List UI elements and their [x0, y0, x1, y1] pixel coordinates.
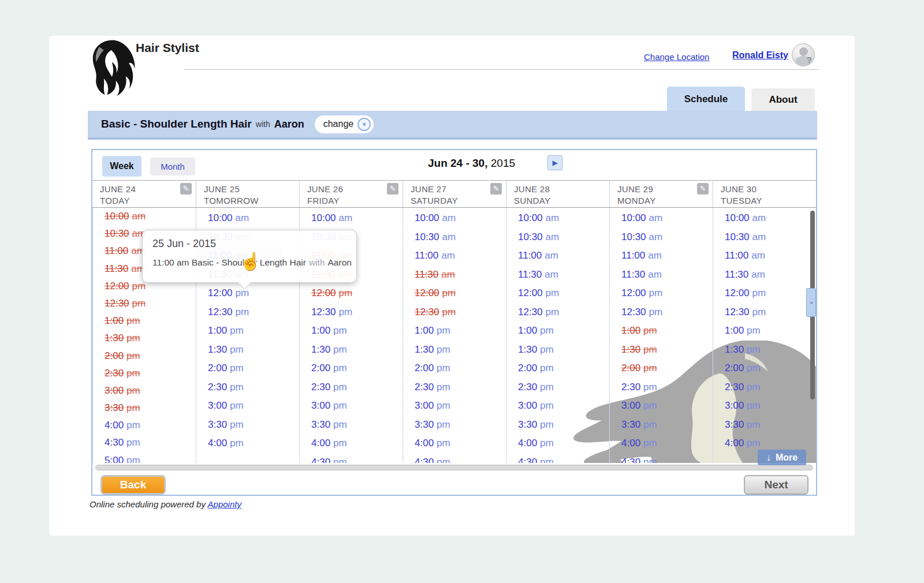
date-range: Jun 24 - 30, 2015: [127, 157, 816, 170]
time-slot-230pm[interactable]: 2:30pm: [713, 378, 816, 397]
time-slot-230pm: 2:30pm: [93, 365, 196, 382]
time-slot-100pm[interactable]: 1:00pm: [713, 322, 816, 341]
time-slot-1230pm[interactable]: 12:30pm: [713, 303, 816, 322]
time-slot-1230pm[interactable]: 12:30pm: [506, 303, 609, 322]
time-slot-1100am[interactable]: 11:00am: [506, 246, 609, 266]
time-slot-430pm[interactable]: 4:30pm: [93, 434, 196, 451]
appointy-link[interactable]: Appointy: [208, 499, 241, 509]
time-slot-230pm[interactable]: 2:30pm: [610, 378, 713, 397]
next-button[interactable]: Next: [744, 475, 808, 495]
time-slot-130pm[interactable]: 1:30pm: [300, 341, 403, 360]
time-slot-1100am[interactable]: 11:00am: [610, 246, 713, 266]
time-slot-1200pm: 12:00pm: [403, 284, 506, 303]
time-slot-1230pm[interactable]: 12:30pm: [300, 303, 403, 322]
side-panel-handle[interactable]: ◂: [806, 288, 816, 317]
time-slot-1200pm[interactable]: 12:00pm: [610, 284, 713, 303]
time-slot-1100am[interactable]: 11:00am: [403, 246, 506, 266]
time-slot-330pm[interactable]: 3:30pm: [300, 416, 403, 435]
time-slot-300pm[interactable]: 3:00pm: [713, 397, 816, 416]
time-slot-200pm[interactable]: 2:00pm: [713, 359, 816, 378]
time-slot-130pm[interactable]: 1:30pm: [713, 341, 816, 360]
time-slot-1230pm[interactable]: 12:30pm: [610, 303, 713, 322]
time-slot-1000am[interactable]: 10:00am: [713, 209, 816, 228]
time-slot-1100am[interactable]: 11:00am: [713, 246, 816, 266]
time-slot-300pm[interactable]: 3:00pm: [196, 397, 299, 416]
time-slot-1000am[interactable]: 10:00am: [300, 209, 403, 228]
time-slot-200pm: 2:00pm: [93, 347, 196, 365]
time-slot-500pm[interactable]: 5:00pm: [93, 452, 196, 463]
edit-day-pencil-icon[interactable]: ✎: [490, 183, 502, 195]
edit-day-pencil-icon[interactable]: ✎: [697, 183, 709, 195]
time-slot-100pm[interactable]: 1:00pm: [196, 322, 299, 341]
time-slot-1000am[interactable]: 10:00am: [196, 209, 299, 228]
horizontal-scrollbar[interactable]: [95, 465, 813, 470]
time-slot-100pm[interactable]: 1:00pm: [506, 322, 609, 341]
time-slot-1130am[interactable]: 11:30am: [610, 266, 713, 285]
change-location-link[interactable]: Change Location: [644, 52, 709, 62]
time-slot-330pm[interactable]: 3:30pm: [713, 416, 816, 435]
time-slot-430pm[interactable]: 4:30pm: [403, 453, 506, 464]
time-slot-200pm[interactable]: 2:00pm: [403, 359, 506, 378]
time-slot-200pm[interactable]: 2:00pm: [506, 359, 609, 378]
time-slot-1030am[interactable]: 10:30am: [506, 228, 609, 247]
time-slot-130pm[interactable]: 1:30pm: [506, 341, 609, 360]
time-slot-1030am[interactable]: 10:30am: [713, 228, 816, 247]
time-slot-300pm[interactable]: 3:00pm: [610, 397, 713, 416]
time-slot-230pm[interactable]: 2:30pm: [196, 378, 299, 397]
tab-schedule[interactable]: Schedule: [667, 87, 745, 111]
more-button[interactable]: ↓More: [758, 450, 806, 465]
time-slot-130pm: 1:30pm: [93, 330, 196, 347]
time-slot-1030am[interactable]: 10:30am: [403, 228, 506, 247]
time-slot-330pm[interactable]: 3:30pm: [506, 416, 609, 435]
day-column-june-30: 10:00am10:30am11:00am11:30am12:00pm12:30…: [713, 208, 816, 463]
edit-day-pencil-icon[interactable]: ✎: [387, 183, 398, 195]
time-slot-130pm[interactable]: 1:30pm: [196, 341, 299, 360]
time-slot-1200pm[interactable]: 12:00pm: [506, 284, 609, 303]
time-slot-1000am: 10:00am: [93, 208, 196, 225]
service-name: Basic - Shoulder Length Hair: [101, 118, 252, 130]
time-slot-300pm[interactable]: 3:00pm: [300, 397, 403, 416]
time-slot-1130am[interactable]: 11:30am: [713, 266, 816, 285]
edit-day-pencil-icon[interactable]: ✎: [180, 183, 192, 195]
time-slot-1030am[interactable]: 10:30am: [610, 228, 713, 247]
time-slot-330pm: 3:30pm: [93, 399, 196, 417]
change-service-button[interactable]: change ▼: [315, 115, 374, 133]
time-slot-400pm[interactable]: 4:00pm: [610, 434, 713, 453]
time-slot-400pm[interactable]: 4:00pm: [403, 434, 506, 453]
time-slot-400pm[interactable]: 4:00pm: [93, 417, 196, 434]
time-slot-100pm: 1:00pm: [610, 322, 713, 341]
time-slot-300pm[interactable]: 3:00pm: [403, 397, 506, 416]
time-slot-230pm[interactable]: 2:30pm: [300, 378, 403, 397]
time-slot-200pm[interactable]: 2:00pm: [196, 359, 299, 378]
time-slot-1200pm[interactable]: 12:00pm: [196, 284, 299, 303]
back-button[interactable]: Back: [100, 475, 166, 495]
time-slot-100pm[interactable]: 1:00pm: [300, 322, 403, 341]
time-slot-130pm[interactable]: 1:30pm: [403, 341, 506, 360]
time-slot-1200pm[interactable]: 12:00pm: [713, 284, 816, 303]
time-slot-400pm[interactable]: 4:00pm: [196, 434, 299, 453]
time-slot-400pm[interactable]: 4:00pm: [506, 434, 609, 453]
time-slot-330pm[interactable]: 3:30pm: [403, 416, 506, 435]
time-slot-330pm[interactable]: 3:30pm: [610, 416, 713, 435]
time-slot-1000am[interactable]: 10:00am: [610, 209, 713, 228]
time-slot-330pm[interactable]: 3:30pm: [196, 416, 299, 435]
user-avatar[interactable]: ?: [792, 43, 815, 66]
staff-name: Aaron: [274, 118, 304, 130]
time-slot-100pm[interactable]: 1:00pm: [403, 322, 506, 341]
schedule-calendar: Week Month Jun 24 - 30, 2015 ▶ JUNE 24TO…: [91, 149, 817, 496]
time-slot-230pm[interactable]: 2:30pm: [506, 378, 609, 397]
time-slot-400pm[interactable]: 4:00pm: [300, 434, 403, 453]
next-week-arrow-icon[interactable]: ▶: [547, 155, 562, 170]
time-slot-430pm[interactable]: 4:30pm: [300, 453, 403, 464]
time-slot-1230pm[interactable]: 12:30pm: [196, 303, 299, 322]
tab-about[interactable]: About: [751, 88, 815, 111]
time-slot-230pm[interactable]: 2:30pm: [403, 378, 506, 397]
user-name-link[interactable]: Ronald Eisty: [732, 50, 788, 61]
time-slot-1000am[interactable]: 10:00am: [403, 209, 506, 228]
time-slot-430pm[interactable]: 4:30pm: [506, 453, 609, 464]
time-slot-1130am[interactable]: 11:30am: [506, 266, 609, 285]
time-slot-300pm[interactable]: 3:00pm: [506, 397, 609, 416]
time-slot-200pm[interactable]: 2:00pm: [300, 359, 403, 378]
time-slot-430pm[interactable]: 4:30pm: [610, 453, 713, 464]
time-slot-1000am[interactable]: 10:00am: [506, 209, 609, 228]
